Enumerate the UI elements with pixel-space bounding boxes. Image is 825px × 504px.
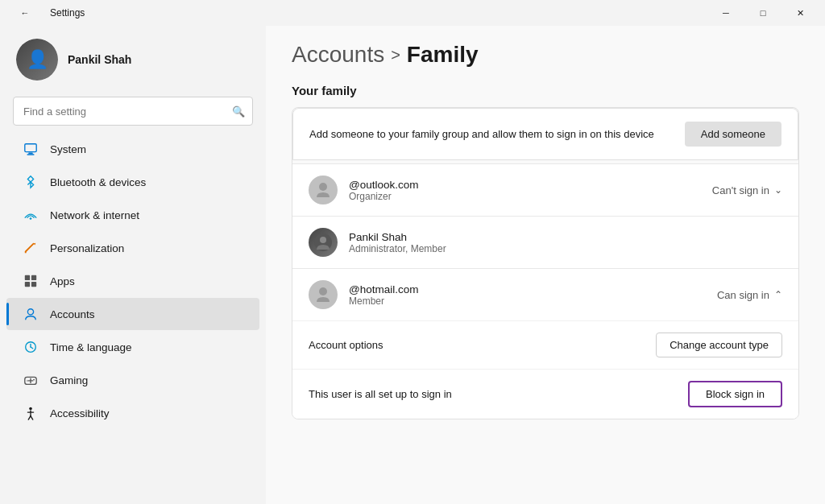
change-account-type-button[interactable]: Change account type [656, 333, 782, 357]
apps-icon [23, 273, 39, 289]
organizer-info: @outlook.com Organizer [349, 179, 701, 202]
hotmail-row: @hotmail.com Member Can sign in ⌃ [292, 269, 798, 320]
hotmail-email: @hotmail.com [349, 283, 706, 295]
avatar: 👤 [16, 39, 58, 81]
svg-line-23 [28, 416, 31, 420]
block-sign-in-button[interactable]: Block sign in [688, 381, 782, 407]
sidebar-item-personalization-label: Personalization [50, 242, 124, 254]
pankil-name: Pankil Shah [349, 231, 771, 243]
sidebar-item-accessibility[interactable]: Accessibility [6, 397, 259, 429]
main-content: Accounts > Family Your family Add someon… [266, 26, 825, 504]
personalization-icon [23, 240, 39, 256]
pankil-info: Pankil Shah Administrator, Member [349, 231, 771, 254]
sidebar-item-time[interactable]: Time & language [6, 331, 259, 363]
hotmail-status: Can sign in ⌃ [717, 289, 782, 301]
svg-point-20 [29, 407, 32, 411]
add-family-text: Add someone to your family group and all… [309, 126, 654, 143]
svg-point-28 [319, 287, 327, 295]
sidebar-item-gaming[interactable]: Gaming [6, 364, 259, 396]
hotmail-role: Member [349, 295, 706, 307]
svg-rect-2 [27, 154, 35, 155]
section-title: Your family [292, 84, 799, 97]
sidebar-item-apps-label: Apps [50, 275, 75, 287]
close-button[interactable]: ✕ [781, 0, 819, 26]
svg-rect-8 [31, 275, 36, 280]
svg-rect-10 [31, 282, 36, 287]
add-family-card: Add someone to your family group and all… [292, 108, 798, 160]
block-signin-row: This user is all set up to sign in Block… [292, 369, 798, 419]
network-icon [23, 207, 39, 223]
sidebar-item-accounts[interactable]: Accounts [6, 298, 259, 330]
svg-rect-9 [25, 282, 30, 287]
maximize-button[interactable]: □ [744, 0, 781, 26]
svg-line-5 [26, 244, 34, 252]
accessibility-icon [23, 405, 39, 421]
search-box: 🔍 [13, 97, 253, 126]
accounts-icon [23, 306, 39, 322]
sidebar-item-network[interactable]: Network & internet [6, 199, 259, 231]
titlebar: ← Settings ─ □ ✕ [0, 0, 825, 26]
pankil-row: Pankil Shah Administrator, Member [292, 217, 798, 268]
sidebar-item-time-label: Time & language [50, 341, 132, 353]
sidebar-item-network-label: Network & internet [50, 209, 139, 221]
user-profile: 👤 Pankil Shah [0, 26, 266, 93]
breadcrumb-family: Family [407, 42, 479, 68]
family-card-group: Add someone to your family group and all… [292, 107, 799, 419]
svg-point-4 [30, 217, 32, 220]
hotmail-card: @hotmail.com Member Can sign in ⌃ Accoun… [292, 268, 798, 419]
svg-point-18 [33, 379, 35, 381]
svg-point-19 [27, 380, 27, 381]
hotmail-chevron-icon: ⌃ [774, 289, 782, 300]
sidebar-item-accounts-label: Accounts [50, 308, 95, 320]
app-body: 👤 Pankil Shah 🔍 System Bluetooth & devic… [0, 26, 825, 504]
sidebar: 👤 Pankil Shah 🔍 System Bluetooth & devic… [0, 26, 266, 504]
organizer-role: Organizer [349, 191, 701, 202]
time-icon [23, 339, 39, 355]
add-family-row: Add someone to your family group and all… [293, 109, 798, 159]
avatar-image: 👤 [16, 39, 58, 81]
organizer-chevron-icon: ⌄ [774, 184, 782, 196]
breadcrumb: Accounts > Family [292, 42, 799, 68]
nav-menu: System Bluetooth & devices Network & int… [0, 132, 266, 430]
breadcrumb-chevron-icon: > [391, 46, 400, 64]
sidebar-item-bluetooth[interactable]: Bluetooth & devices [6, 166, 259, 198]
user-name: Pankil Shah [68, 53, 131, 66]
search-icon: 🔍 [232, 105, 245, 118]
svg-rect-1 [28, 153, 32, 155]
hotmail-avatar [309, 280, 338, 309]
back-button[interactable]: ← [6, 0, 44, 26]
organizer-avatar [309, 176, 338, 204]
sidebar-item-personalization[interactable]: Personalization [6, 232, 259, 264]
minimize-button[interactable]: ─ [707, 0, 744, 26]
organizer-status: Can't sign in ⌄ [712, 184, 782, 196]
pankil-avatar [309, 228, 338, 257]
sidebar-item-gaming-label: Gaming [50, 374, 88, 386]
sidebar-item-apps[interactable]: Apps [6, 265, 259, 297]
svg-rect-7 [25, 275, 30, 280]
app-title: Settings [50, 7, 85, 19]
svg-point-25 [319, 183, 327, 191]
organizer-card: @outlook.com Organizer Can't sign in ⌄ [292, 163, 798, 216]
add-someone-button[interactable]: Add someone [685, 122, 781, 147]
sidebar-item-system-label: System [50, 143, 86, 155]
pankil-card: Pankil Shah Administrator, Member [292, 216, 798, 268]
organizer-row: @outlook.com Organizer Can't sign in ⌄ [292, 164, 798, 216]
pankil-role: Administrator, Member [349, 243, 771, 254]
system-icon [23, 141, 39, 157]
bluetooth-icon [23, 174, 39, 190]
account-options-label: Account options [309, 339, 383, 351]
account-options-row: Account options Change account type [292, 320, 798, 369]
sidebar-item-accessibility-label: Accessibility [50, 407, 110, 419]
gaming-icon [23, 372, 39, 388]
this-user-label: This user is all set up to sign in [309, 388, 452, 400]
svg-line-14 [31, 347, 33, 349]
window-controls: ─ □ ✕ [707, 0, 819, 26]
titlebar-left: ← Settings [6, 0, 85, 26]
sidebar-item-bluetooth-label: Bluetooth & devices [50, 176, 146, 188]
svg-line-24 [31, 416, 33, 420]
svg-point-11 [27, 309, 33, 315]
svg-point-27 [320, 237, 326, 243]
search-input[interactable] [13, 97, 253, 126]
hotmail-info: @hotmail.com Member [349, 283, 706, 307]
sidebar-item-system[interactable]: System [6, 133, 259, 165]
